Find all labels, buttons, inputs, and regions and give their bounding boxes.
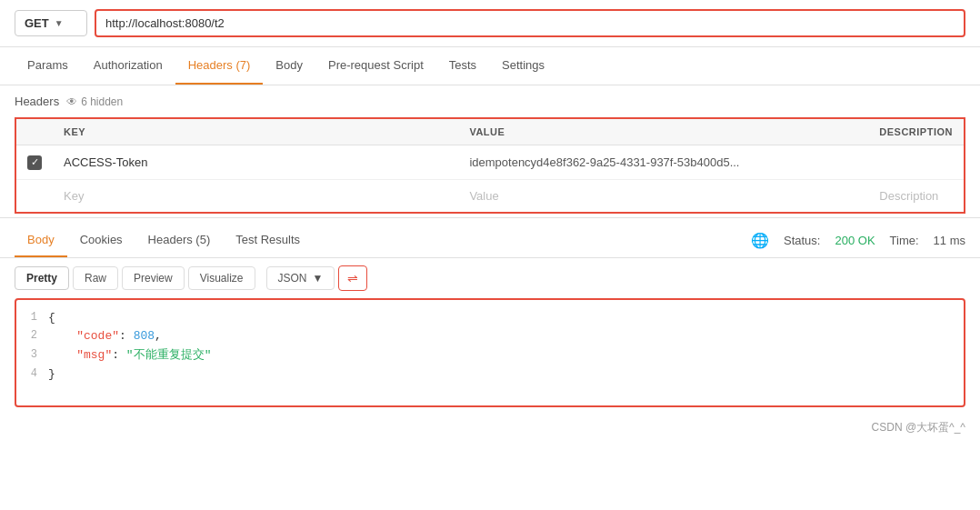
code-content-2: "code": 808, bbox=[48, 327, 162, 346]
line-number: 3 bbox=[16, 346, 48, 364]
code-line-3: 3 "msg": "不能重复提交" bbox=[16, 346, 964, 365]
checkbox-checked[interactable]: ✓ bbox=[27, 155, 42, 170]
format-pretty-btn[interactable]: Pretty bbox=[15, 266, 69, 290]
response-tabs: Body Cookies Headers (5) Test Results 🌐 … bbox=[0, 224, 980, 258]
tab-pre-request[interactable]: Pre-request Script bbox=[315, 47, 436, 85]
code-line-1: 1 { bbox=[16, 309, 964, 328]
format-bar: Pretty Raw Preview Visualize JSON ▼ ⇌ bbox=[0, 258, 980, 298]
line-number: 1 bbox=[16, 309, 48, 326]
eye-icon: 👁 bbox=[66, 95, 77, 108]
headers-section: Headers 👁 6 hidden KEY VALUE DESCRIPTION… bbox=[0, 85, 980, 214]
chevron-down-icon: ▼ bbox=[55, 18, 64, 28]
json-format-label: JSON bbox=[278, 272, 307, 285]
row-checkbox-cell[interactable]: ✓ bbox=[15, 145, 53, 180]
response-tab-headers[interactable]: Headers (5) bbox=[135, 224, 224, 257]
desc-placeholder: Description bbox=[879, 189, 938, 203]
chevron-down-icon: ▼ bbox=[313, 272, 324, 285]
col-desc-header: DESCRIPTION bbox=[868, 118, 965, 145]
request-tabs: Params Authorization Headers (7) Body Pr… bbox=[0, 47, 980, 85]
col-value-header: VALUE bbox=[458, 118, 868, 145]
response-tab-body[interactable]: Body bbox=[15, 224, 67, 257]
tab-settings[interactable]: Settings bbox=[489, 47, 557, 85]
tab-tests[interactable]: Tests bbox=[436, 47, 489, 85]
method-dropdown[interactable]: GET ▼ bbox=[15, 10, 87, 36]
response-tab-test-results[interactable]: Test Results bbox=[223, 224, 313, 257]
time-label: Time: bbox=[890, 234, 919, 247]
row-value-cell[interactable]: idempotencyd4e8f362-9a25-4331-937f-53b40… bbox=[458, 145, 868, 180]
code-brace-open: { bbox=[48, 309, 55, 328]
code-content-3: "msg": "不能重复提交" bbox=[48, 346, 211, 365]
row-desc-cell[interactable] bbox=[868, 145, 965, 180]
json-format-select[interactable]: JSON ▼ bbox=[266, 266, 335, 290]
key-placeholder: Key bbox=[64, 189, 84, 203]
line-number: 4 bbox=[16, 365, 48, 383]
hidden-count: 👁 6 hidden bbox=[66, 95, 123, 108]
tab-headers[interactable]: Headers (7) bbox=[175, 47, 264, 85]
key-value: ACCESS-Token bbox=[64, 155, 147, 169]
code-line-2: 2 "code": 808, bbox=[16, 327, 964, 346]
code-line-4: 4 } bbox=[16, 365, 964, 385]
response-body-code: 1 { 2 "code": 808, 3 "msg": "不能重复提交" 4 } bbox=[15, 298, 965, 407]
globe-icon: 🌐 bbox=[751, 232, 769, 249]
status-value: 200 OK bbox=[835, 234, 875, 247]
value-value: idempotencyd4e8f362-9a25-4331-937f-53b40… bbox=[469, 155, 739, 169]
watermark: CSDN @大坏蛋^_^ bbox=[0, 416, 980, 439]
section-divider bbox=[0, 217, 980, 218]
headers-badge: (7) bbox=[235, 58, 250, 72]
headers-title: Headers bbox=[15, 95, 59, 108]
time-value: 11 ms bbox=[934, 234, 965, 247]
tab-body[interactable]: Body bbox=[263, 47, 315, 85]
response-status: 🌐 Status: 200 OK Time: 11 ms bbox=[751, 232, 965, 249]
status-label: Status: bbox=[784, 234, 820, 247]
url-input[interactable] bbox=[95, 9, 965, 37]
headers-table: KEY VALUE DESCRIPTION ✓ ACCESS-Token ide… bbox=[15, 117, 965, 214]
col-key-header: KEY bbox=[53, 118, 458, 145]
tab-authorization[interactable]: Authorization bbox=[81, 47, 175, 85]
response-tab-cookies[interactable]: Cookies bbox=[67, 224, 135, 257]
wrap-button[interactable]: ⇌ bbox=[338, 265, 367, 291]
row-key-cell[interactable]: ACCESS-Token bbox=[53, 145, 458, 180]
tab-params[interactable]: Params bbox=[15, 47, 81, 85]
line-number: 2 bbox=[16, 327, 48, 345]
table-row: ✓ ACCESS-Token idempotencyd4e8f362-9a25-… bbox=[15, 145, 965, 180]
format-preview-btn[interactable]: Preview bbox=[122, 266, 185, 290]
method-label: GET bbox=[25, 16, 49, 30]
format-raw-btn[interactable]: Raw bbox=[73, 266, 118, 290]
code-brace-close: } bbox=[48, 365, 55, 385]
table-placeholder-row: Key Value Description bbox=[15, 179, 965, 213]
format-visualize-btn[interactable]: Visualize bbox=[188, 266, 255, 290]
value-placeholder: Value bbox=[469, 189, 498, 203]
col-check-header bbox=[15, 118, 53, 145]
headers-label-row: Headers 👁 6 hidden bbox=[15, 95, 965, 108]
url-bar: GET ▼ bbox=[0, 0, 980, 47]
